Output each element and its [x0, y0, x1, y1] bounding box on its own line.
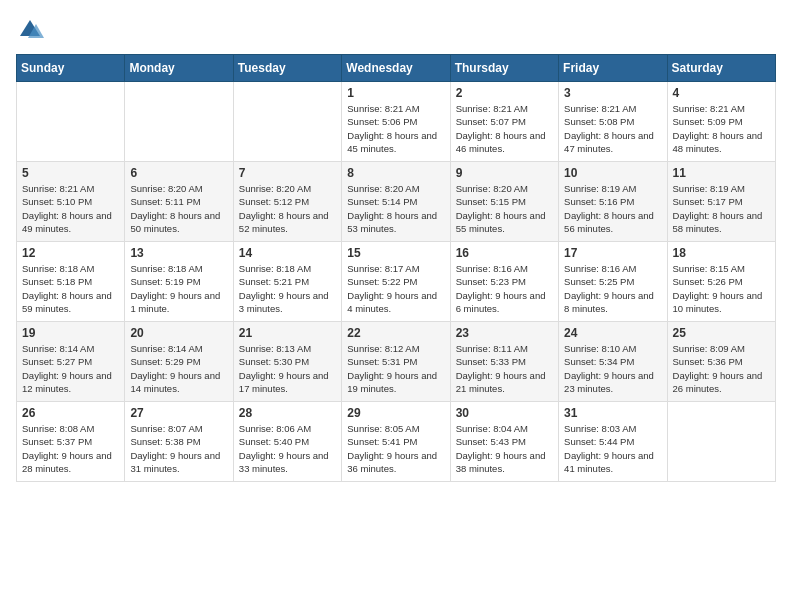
week-row-2: 5Sunrise: 8:21 AM Sunset: 5:10 PM Daylig…: [17, 162, 776, 242]
day-number: 21: [239, 326, 336, 340]
day-info: Sunrise: 8:21 AM Sunset: 5:06 PM Dayligh…: [347, 102, 444, 155]
day-info: Sunrise: 8:12 AM Sunset: 5:31 PM Dayligh…: [347, 342, 444, 395]
day-cell: 29Sunrise: 8:05 AM Sunset: 5:41 PM Dayli…: [342, 402, 450, 482]
day-number: 14: [239, 246, 336, 260]
day-info: Sunrise: 8:16 AM Sunset: 5:23 PM Dayligh…: [456, 262, 553, 315]
day-number: 11: [673, 166, 770, 180]
day-cell: 15Sunrise: 8:17 AM Sunset: 5:22 PM Dayli…: [342, 242, 450, 322]
day-info: Sunrise: 8:09 AM Sunset: 5:36 PM Dayligh…: [673, 342, 770, 395]
day-info: Sunrise: 8:20 AM Sunset: 5:11 PM Dayligh…: [130, 182, 227, 235]
day-number: 1: [347, 86, 444, 100]
header-monday: Monday: [125, 55, 233, 82]
day-info: Sunrise: 8:20 AM Sunset: 5:12 PM Dayligh…: [239, 182, 336, 235]
day-number: 25: [673, 326, 770, 340]
day-number: 31: [564, 406, 661, 420]
day-cell: 6Sunrise: 8:20 AM Sunset: 5:11 PM Daylig…: [125, 162, 233, 242]
day-info: Sunrise: 8:21 AM Sunset: 5:08 PM Dayligh…: [564, 102, 661, 155]
day-cell: [667, 402, 775, 482]
day-info: Sunrise: 8:15 AM Sunset: 5:26 PM Dayligh…: [673, 262, 770, 315]
day-cell: 5Sunrise: 8:21 AM Sunset: 5:10 PM Daylig…: [17, 162, 125, 242]
day-info: Sunrise: 8:18 AM Sunset: 5:19 PM Dayligh…: [130, 262, 227, 315]
day-info: Sunrise: 8:03 AM Sunset: 5:44 PM Dayligh…: [564, 422, 661, 475]
day-cell: 21Sunrise: 8:13 AM Sunset: 5:30 PM Dayli…: [233, 322, 341, 402]
day-cell: 19Sunrise: 8:14 AM Sunset: 5:27 PM Dayli…: [17, 322, 125, 402]
day-number: 26: [22, 406, 119, 420]
day-cell: 13Sunrise: 8:18 AM Sunset: 5:19 PM Dayli…: [125, 242, 233, 322]
day-cell: 1Sunrise: 8:21 AM Sunset: 5:06 PM Daylig…: [342, 82, 450, 162]
day-info: Sunrise: 8:20 AM Sunset: 5:14 PM Dayligh…: [347, 182, 444, 235]
day-cell: 10Sunrise: 8:19 AM Sunset: 5:16 PM Dayli…: [559, 162, 667, 242]
day-cell: 26Sunrise: 8:08 AM Sunset: 5:37 PM Dayli…: [17, 402, 125, 482]
day-info: Sunrise: 8:16 AM Sunset: 5:25 PM Dayligh…: [564, 262, 661, 315]
day-cell: 2Sunrise: 8:21 AM Sunset: 5:07 PM Daylig…: [450, 82, 558, 162]
day-info: Sunrise: 8:08 AM Sunset: 5:37 PM Dayligh…: [22, 422, 119, 475]
day-number: 29: [347, 406, 444, 420]
calendar-header: SundayMondayTuesdayWednesdayThursdayFrid…: [17, 55, 776, 82]
day-info: Sunrise: 8:14 AM Sunset: 5:27 PM Dayligh…: [22, 342, 119, 395]
day-number: 17: [564, 246, 661, 260]
day-info: Sunrise: 8:06 AM Sunset: 5:40 PM Dayligh…: [239, 422, 336, 475]
day-info: Sunrise: 8:13 AM Sunset: 5:30 PM Dayligh…: [239, 342, 336, 395]
day-info: Sunrise: 8:17 AM Sunset: 5:22 PM Dayligh…: [347, 262, 444, 315]
day-cell: 3Sunrise: 8:21 AM Sunset: 5:08 PM Daylig…: [559, 82, 667, 162]
day-number: 5: [22, 166, 119, 180]
header-saturday: Saturday: [667, 55, 775, 82]
week-row-4: 19Sunrise: 8:14 AM Sunset: 5:27 PM Dayli…: [17, 322, 776, 402]
calendar-table: SundayMondayTuesdayWednesdayThursdayFrid…: [16, 54, 776, 482]
day-info: Sunrise: 8:21 AM Sunset: 5:09 PM Dayligh…: [673, 102, 770, 155]
day-number: 13: [130, 246, 227, 260]
header-row: SundayMondayTuesdayWednesdayThursdayFrid…: [17, 55, 776, 82]
day-number: 22: [347, 326, 444, 340]
day-info: Sunrise: 8:21 AM Sunset: 5:10 PM Dayligh…: [22, 182, 119, 235]
day-cell: 30Sunrise: 8:04 AM Sunset: 5:43 PM Dayli…: [450, 402, 558, 482]
day-number: 23: [456, 326, 553, 340]
day-info: Sunrise: 8:20 AM Sunset: 5:15 PM Dayligh…: [456, 182, 553, 235]
header-tuesday: Tuesday: [233, 55, 341, 82]
header-sunday: Sunday: [17, 55, 125, 82]
day-info: Sunrise: 8:05 AM Sunset: 5:41 PM Dayligh…: [347, 422, 444, 475]
day-cell: 28Sunrise: 8:06 AM Sunset: 5:40 PM Dayli…: [233, 402, 341, 482]
day-cell: [233, 82, 341, 162]
day-number: 15: [347, 246, 444, 260]
day-cell: 9Sunrise: 8:20 AM Sunset: 5:15 PM Daylig…: [450, 162, 558, 242]
logo-icon: [16, 16, 44, 44]
day-cell: 18Sunrise: 8:15 AM Sunset: 5:26 PM Dayli…: [667, 242, 775, 322]
day-cell: 31Sunrise: 8:03 AM Sunset: 5:44 PM Dayli…: [559, 402, 667, 482]
logo: [16, 16, 48, 44]
header: [16, 16, 776, 44]
day-cell: 4Sunrise: 8:21 AM Sunset: 5:09 PM Daylig…: [667, 82, 775, 162]
day-number: 9: [456, 166, 553, 180]
day-cell: 23Sunrise: 8:11 AM Sunset: 5:33 PM Dayli…: [450, 322, 558, 402]
day-number: 3: [564, 86, 661, 100]
day-number: 8: [347, 166, 444, 180]
header-thursday: Thursday: [450, 55, 558, 82]
header-friday: Friday: [559, 55, 667, 82]
day-cell: 14Sunrise: 8:18 AM Sunset: 5:21 PM Dayli…: [233, 242, 341, 322]
day-number: 6: [130, 166, 227, 180]
day-info: Sunrise: 8:07 AM Sunset: 5:38 PM Dayligh…: [130, 422, 227, 475]
day-number: 4: [673, 86, 770, 100]
day-number: 30: [456, 406, 553, 420]
day-cell: 17Sunrise: 8:16 AM Sunset: 5:25 PM Dayli…: [559, 242, 667, 322]
day-info: Sunrise: 8:14 AM Sunset: 5:29 PM Dayligh…: [130, 342, 227, 395]
day-number: 18: [673, 246, 770, 260]
day-info: Sunrise: 8:19 AM Sunset: 5:17 PM Dayligh…: [673, 182, 770, 235]
calendar-body: 1Sunrise: 8:21 AM Sunset: 5:06 PM Daylig…: [17, 82, 776, 482]
day-info: Sunrise: 8:19 AM Sunset: 5:16 PM Dayligh…: [564, 182, 661, 235]
day-number: 27: [130, 406, 227, 420]
day-cell: [125, 82, 233, 162]
week-row-5: 26Sunrise: 8:08 AM Sunset: 5:37 PM Dayli…: [17, 402, 776, 482]
day-cell: 16Sunrise: 8:16 AM Sunset: 5:23 PM Dayli…: [450, 242, 558, 322]
day-info: Sunrise: 8:18 AM Sunset: 5:18 PM Dayligh…: [22, 262, 119, 315]
day-number: 2: [456, 86, 553, 100]
day-cell: 7Sunrise: 8:20 AM Sunset: 5:12 PM Daylig…: [233, 162, 341, 242]
week-row-3: 12Sunrise: 8:18 AM Sunset: 5:18 PM Dayli…: [17, 242, 776, 322]
page: SundayMondayTuesdayWednesdayThursdayFrid…: [0, 0, 792, 612]
day-cell: 25Sunrise: 8:09 AM Sunset: 5:36 PM Dayli…: [667, 322, 775, 402]
day-cell: 20Sunrise: 8:14 AM Sunset: 5:29 PM Dayli…: [125, 322, 233, 402]
day-number: 12: [22, 246, 119, 260]
day-cell: 8Sunrise: 8:20 AM Sunset: 5:14 PM Daylig…: [342, 162, 450, 242]
day-cell: 11Sunrise: 8:19 AM Sunset: 5:17 PM Dayli…: [667, 162, 775, 242]
day-number: 16: [456, 246, 553, 260]
day-number: 19: [22, 326, 119, 340]
